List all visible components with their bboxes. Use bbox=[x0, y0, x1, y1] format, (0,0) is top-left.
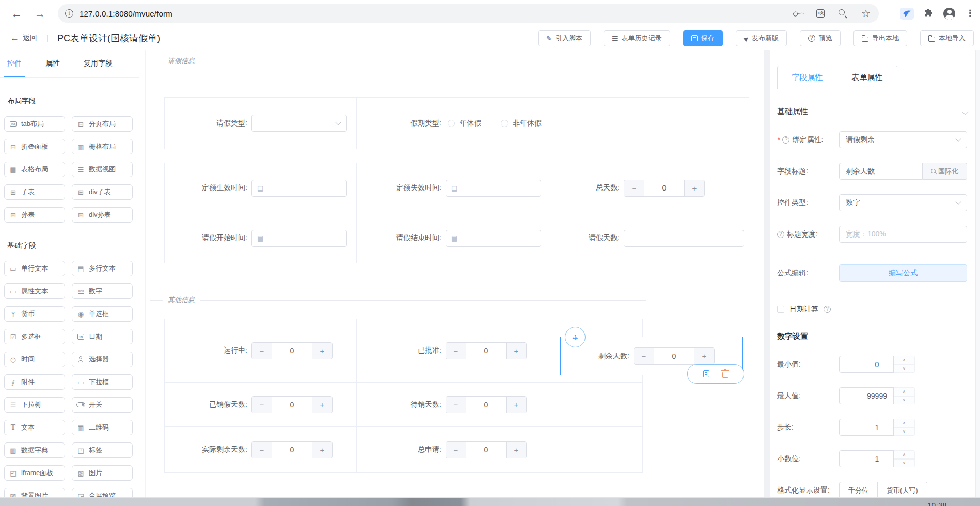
rp-tab-1[interactable]: 表单属性 bbox=[837, 66, 897, 89]
preview-button[interactable]: ?预览 bbox=[800, 30, 841, 46]
field-number-stepper[interactable]: −0+ bbox=[446, 441, 527, 458]
control-item-switch[interactable]: 开关 bbox=[72, 397, 133, 413]
field-title-input[interactable]: 剩余天数 bbox=[839, 163, 923, 180]
back-icon[interactable]: ← bbox=[11, 8, 22, 19]
control-item-date[interactable]: 15日期 bbox=[72, 329, 133, 344]
prop-number-input[interactable]: 1∧∨ bbox=[839, 450, 915, 467]
radio-option[interactable]: 非年休假 bbox=[501, 119, 542, 128]
prop-number-input[interactable]: 99999∧∨ bbox=[839, 387, 915, 404]
control-item-div-subtable[interactable]: ⊞div子表 bbox=[72, 184, 133, 200]
control-item-fullscreen-preview[interactable]: ◲全屏预览 bbox=[72, 488, 133, 497]
field-date-input[interactable]: ▤ bbox=[251, 180, 347, 197]
prop-select[interactable]: 请假剩余 bbox=[839, 131, 967, 148]
stepper-increase-button[interactable]: + bbox=[506, 397, 526, 413]
save-button[interactable]: 保存 bbox=[683, 30, 723, 46]
stepper-decrease-button[interactable]: − bbox=[252, 397, 272, 413]
form-field-cell[interactable]: 请假类型: bbox=[165, 98, 357, 149]
field-number-stepper[interactable]: −0+ bbox=[251, 342, 333, 359]
control-item-attribute-text[interactable]: ▭属性文本 bbox=[4, 283, 65, 299]
control-item-pagination-layout[interactable]: ⊟分页布局 bbox=[72, 116, 133, 132]
publish-button[interactable]: ▶发布新版 bbox=[736, 30, 787, 46]
form-field-cell[interactable]: 实际剩余天数:−0+ bbox=[165, 427, 357, 472]
stepper-increase-button[interactable]: + bbox=[684, 180, 704, 196]
date-calc-checkbox[interactable] bbox=[777, 306, 784, 313]
chevron-down-icon[interactable] bbox=[962, 108, 969, 115]
control-item-subtable[interactable]: ⊞子表 bbox=[4, 184, 65, 200]
format-option-button[interactable]: 千分位 bbox=[839, 482, 878, 497]
import-button[interactable]: 本地导入 bbox=[920, 30, 974, 46]
spinner-down-icon[interactable]: ∨ bbox=[894, 459, 915, 468]
sidebar-tab-0[interactable]: 控件 bbox=[7, 50, 22, 77]
control-item-data-view[interactable]: ☰数据视图 bbox=[72, 162, 133, 177]
prop-number-input[interactable]: 1∧∨ bbox=[839, 419, 915, 436]
control-item-collapse-panel[interactable]: ⊟折叠面板 bbox=[4, 139, 65, 154]
form-field-cell[interactable]: 已批准:−0+ bbox=[357, 319, 552, 383]
field-text-input[interactable] bbox=[624, 230, 744, 247]
menu-kebab-icon[interactable]: ⋮ bbox=[966, 9, 975, 18]
spinner-down-icon[interactable]: ∨ bbox=[894, 428, 915, 436]
control-item-tag[interactable]: ◳标签 bbox=[72, 442, 133, 458]
stepper-decrease-button[interactable]: − bbox=[446, 442, 466, 458]
control-item-dropdown-tree[interactable]: ☰下拉树 bbox=[4, 397, 65, 413]
field-date-input[interactable]: ▤ bbox=[251, 230, 347, 247]
script-button[interactable]: ✎引入脚本 bbox=[538, 30, 591, 46]
control-item-time[interactable]: ◷时间 bbox=[4, 352, 65, 367]
key-icon[interactable] bbox=[793, 10, 803, 16]
copy-field-button[interactable] bbox=[703, 370, 709, 377]
translate-icon[interactable]: G文 bbox=[816, 9, 825, 18]
stepper-decrease-button[interactable]: − bbox=[446, 343, 466, 359]
address-bar[interactable]: i 127.0.0.1:8080/mvue/form G文 ☆ bbox=[58, 4, 879, 23]
spinner-up-icon[interactable]: ∧ bbox=[894, 387, 915, 396]
control-item-radio[interactable]: ◉单选框 bbox=[72, 306, 133, 322]
control-item-checkbox[interactable]: ☑多选框 bbox=[4, 329, 65, 344]
edit-formula-button[interactable]: 编写公式 bbox=[839, 264, 967, 282]
intl-button[interactable]: 国际化 bbox=[923, 163, 967, 180]
control-item-text[interactable]: T文本 bbox=[4, 420, 65, 435]
stepper-decrease-button[interactable]: − bbox=[446, 397, 466, 413]
control-item-div-grandchild-table[interactable]: ⊞div孙表 bbox=[72, 207, 133, 223]
sidebar-tab-1[interactable]: 属性 bbox=[45, 50, 60, 77]
control-item-currency[interactable]: ¥货币 bbox=[4, 306, 65, 322]
spinner-down-icon[interactable]: ∨ bbox=[894, 365, 915, 373]
form-field-cell[interactable]: 待销天数:−0+ bbox=[357, 383, 552, 427]
control-item-qrcode[interactable]: ▦二维码 bbox=[72, 420, 133, 435]
spinner-down-icon[interactable]: ∨ bbox=[894, 396, 915, 405]
control-item-picker[interactable]: 选择器 bbox=[72, 352, 133, 367]
field-number-stepper[interactable]: −0+ bbox=[624, 180, 705, 197]
profile-icon[interactable] bbox=[943, 8, 955, 20]
sidebar-tab-2[interactable]: 复用字段 bbox=[84, 50, 113, 77]
form-field-cell[interactable]: 已销假天数:−0+ bbox=[165, 383, 357, 427]
info-icon[interactable]: i bbox=[65, 9, 73, 18]
radio-option[interactable]: 年休假 bbox=[448, 119, 481, 128]
prop-select[interactable]: 数字 bbox=[839, 194, 967, 211]
field-number-stepper[interactable]: −0+ bbox=[634, 347, 715, 365]
control-item-grandchild-table[interactable]: ⊞孙表 bbox=[4, 207, 65, 223]
form-field-cell[interactable]: 运行中:−0+ bbox=[165, 319, 357, 383]
control-item-attachment[interactable]: ∮附件 bbox=[4, 374, 65, 390]
field-date-input[interactable]: ▤ bbox=[446, 180, 541, 197]
format-option-button[interactable]: 货币(大写) bbox=[878, 482, 927, 497]
control-item-multiline-text[interactable]: ▤多行文本 bbox=[72, 261, 133, 276]
back-button[interactable]: ← 返回 bbox=[10, 33, 37, 43]
history-button[interactable]: ☰表单历史记录 bbox=[604, 30, 670, 46]
stepper-increase-button[interactable]: + bbox=[506, 343, 526, 359]
delete-field-button[interactable] bbox=[722, 372, 728, 378]
field-number-stepper[interactable]: −0+ bbox=[251, 396, 333, 413]
field-number-stepper[interactable]: −0+ bbox=[251, 441, 333, 458]
stepper-decrease-button[interactable]: − bbox=[252, 442, 272, 458]
control-item-iframe-panel[interactable]: ◰iframe面板 bbox=[4, 465, 65, 481]
form-field-cell[interactable]: 总天数:−0+ bbox=[552, 163, 749, 213]
stepper-decrease-button[interactable]: − bbox=[252, 343, 272, 359]
control-item-table-layout[interactable]: ▤表格布局 bbox=[4, 162, 65, 177]
stepper-increase-button[interactable]: + bbox=[506, 442, 526, 458]
spinner-up-icon[interactable]: ∧ bbox=[894, 419, 915, 428]
form-field-cell[interactable]: 请假天数: bbox=[552, 213, 749, 263]
stepper-decrease-button[interactable]: − bbox=[634, 348, 654, 364]
form-field-cell[interactable]: 假期类型:年休假非年休假 bbox=[357, 98, 552, 149]
control-item-number[interactable]: 123数字 bbox=[72, 283, 133, 299]
control-item-background-image[interactable]: ▨背景图片 bbox=[4, 488, 65, 497]
control-item-tab-layout[interactable]: TABtab布局 bbox=[4, 116, 65, 132]
panel-scrollbar[interactable] bbox=[975, 50, 980, 497]
control-item-dropdown[interactable]: ▭下拉框 bbox=[72, 374, 133, 390]
field-number-stepper[interactable]: −0+ bbox=[446, 396, 527, 413]
